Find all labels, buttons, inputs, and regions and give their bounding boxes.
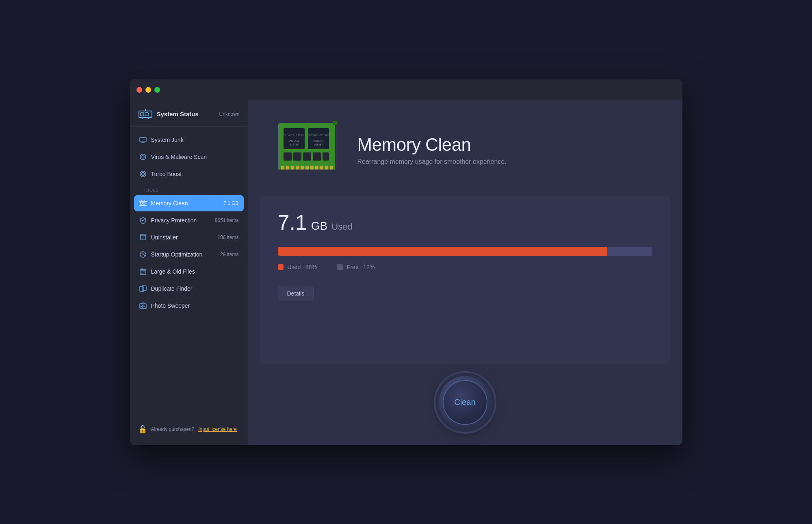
- sidebar-item-label: System Junk: [151, 137, 239, 143]
- hero-title: Memory Clean: [357, 135, 507, 155]
- legend-used-label: Used : 88%: [288, 264, 317, 270]
- system-status-value: Unknown: [219, 111, 239, 117]
- sidebar-item-large-old-files[interactable]: Large & Old Files: [134, 263, 244, 280]
- sidebar-item-duplicate-finder[interactable]: Duplicate Finder: [134, 280, 244, 297]
- sidebar-item-label: Startup Optimization: [151, 251, 217, 258]
- svg-rect-56: [284, 128, 305, 149]
- sidebar-header: System Status Unknown: [130, 100, 248, 127]
- system-junk-icon: [139, 136, 147, 144]
- sidebar-item-label: Memory Clean: [151, 200, 220, 207]
- svg-rect-65: [293, 152, 301, 161]
- startup-optimization-icon: [139, 250, 147, 259]
- clean-button-inner: Clean: [443, 380, 487, 425]
- sidebar-item-label: Large & Old Files: [151, 268, 239, 275]
- title-bar: [130, 79, 682, 100]
- sidebar-item-privacy-protection[interactable]: Privacy Protection 8651 items: [134, 212, 244, 228]
- minimize-button[interactable]: [145, 87, 151, 93]
- memory-chip-icon-container: 99U5469-01EAEF 99U5469 016AEF 99U5469-01…: [272, 121, 341, 179]
- svg-rect-64: [284, 152, 292, 161]
- startup-optimization-badge: 29 items: [220, 252, 238, 257]
- main-content: 99U5469-01EAEF 99U5469 016AEF 99U5469-01…: [248, 100, 682, 445]
- svg-rect-18: [143, 202, 145, 204]
- sidebar-item-virus-malware[interactable]: Virus & Malware Scan: [134, 149, 244, 165]
- svg-rect-54: [330, 166, 333, 170]
- legend-used-dot: [278, 264, 284, 270]
- svg-text:99U5469: 99U5469: [313, 139, 324, 142]
- svg-text:016AEF: 016AEF: [290, 143, 299, 146]
- sidebar-item-memory-clean[interactable]: Memory Clean 7.1 GB: [134, 195, 244, 211]
- tools-section-label: Tools: [134, 183, 244, 195]
- system-status-icon: [138, 109, 153, 120]
- svg-rect-67: [313, 152, 321, 161]
- sidebar-item-label: Duplicate Finder: [151, 285, 239, 292]
- legend-free-label: Free : 12%: [347, 264, 375, 270]
- sidebar-item-startup-optimization[interactable]: Startup Optimization 29 items: [134, 246, 244, 263]
- svg-rect-49: [305, 166, 309, 170]
- app-body: System Status Unknown System Junk: [130, 100, 682, 445]
- sidebar-item-label: Virus & Malware Scan: [151, 154, 239, 160]
- privacy-protection-badge: 8651 items: [215, 217, 239, 223]
- svg-rect-68: [323, 152, 329, 161]
- input-license-link[interactable]: Input license here: [198, 426, 237, 432]
- sidebar-item-label: Turbo Boost: [151, 171, 239, 177]
- progress-bar-fill: [278, 247, 607, 256]
- sidebar-item-turbo-boost[interactable]: Turbo Boost: [134, 166, 244, 182]
- privacy-protection-icon: [139, 216, 147, 224]
- progress-bar-container: [278, 247, 652, 256]
- svg-rect-39: [140, 304, 146, 309]
- footer-static-text: Already purchased?: [151, 426, 195, 432]
- virus-malware-icon: [139, 153, 147, 161]
- svg-rect-6: [140, 137, 146, 142]
- legend: Used : 88% Free : 12%: [278, 264, 652, 270]
- svg-text:99U5469-01EAEF: 99U5469-01EAEF: [306, 134, 330, 137]
- memory-unit: GB: [311, 220, 327, 233]
- legend-free: Free : 12%: [337, 264, 375, 270]
- svg-text:99U5469-01EAEF: 99U5469-01EAEF: [282, 134, 306, 137]
- hero-text: Memory Clean Rearrange memory usage for …: [357, 135, 507, 165]
- svg-rect-1: [141, 113, 144, 116]
- traffic-lights: [136, 87, 160, 93]
- sidebar-item-uninstaller[interactable]: Uninstaller 106 items: [134, 229, 244, 246]
- memory-clean-badge: 7.1 GB: [223, 200, 238, 206]
- memory-gb-value: 7.1: [278, 210, 307, 235]
- svg-rect-17: [140, 202, 142, 204]
- memory-clean-icon: [139, 199, 147, 207]
- sidebar-item-photo-sweeper[interactable]: Photo Sweeper: [134, 298, 244, 314]
- hero-subtitle: Rearrange memory usage for smoother expe…: [357, 158, 507, 165]
- uninstaller-icon: [139, 233, 147, 241]
- svg-rect-44: [281, 166, 284, 170]
- svg-rect-50: [310, 166, 314, 170]
- sidebar-title: System Status: [157, 111, 199, 117]
- svg-point-10: [142, 156, 144, 158]
- svg-rect-2: [145, 113, 148, 116]
- svg-rect-52: [320, 166, 323, 170]
- legend-used: Used : 88%: [278, 264, 317, 270]
- photo-sweeper-icon: [139, 302, 147, 310]
- clean-button-label: Clean: [454, 398, 475, 407]
- hero-section: 99U5469-01EAEF 99U5469 016AEF 99U5469-01…: [248, 100, 682, 196]
- sidebar-top-nav: System Junk Virus & Malware Scan: [130, 132, 248, 315]
- details-button[interactable]: Details: [278, 287, 314, 300]
- sidebar-item-label: Photo Sweeper: [151, 302, 239, 309]
- sidebar-item-system-junk[interactable]: System Junk: [134, 132, 244, 148]
- uninstaller-badge: 106 items: [217, 235, 238, 240]
- svg-line-32: [143, 254, 145, 255]
- sidebar-footer: 🔓 Already purchased? Input license here: [130, 420, 248, 439]
- svg-rect-45: [286, 166, 289, 170]
- legend-free-dot: [337, 264, 343, 270]
- duplicate-finder-icon: [139, 285, 147, 293]
- svg-rect-47: [296, 166, 299, 170]
- maximize-button[interactable]: [154, 87, 160, 93]
- svg-point-15: [142, 173, 143, 174]
- svg-rect-0: [139, 111, 152, 117]
- svg-rect-66: [303, 152, 311, 161]
- close-button[interactable]: [136, 87, 142, 93]
- svg-rect-57: [308, 128, 329, 149]
- memory-used-label: Used: [331, 222, 352, 232]
- sidebar-logo: System Status: [138, 109, 199, 120]
- svg-text:016AEF: 016AEF: [314, 143, 323, 146]
- svg-rect-48: [301, 166, 304, 170]
- svg-rect-46: [291, 166, 294, 170]
- turbo-boost-icon: [139, 170, 147, 178]
- clean-button[interactable]: Clean: [439, 376, 492, 429]
